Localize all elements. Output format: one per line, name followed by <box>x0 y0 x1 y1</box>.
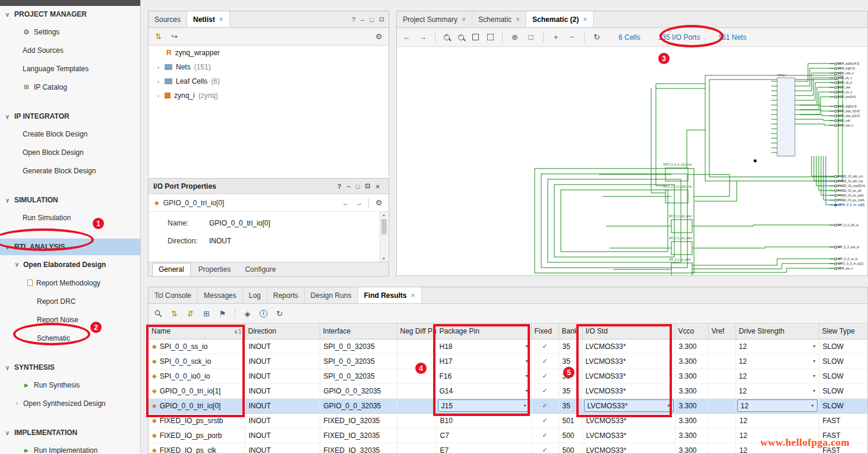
io-ports-count-link[interactable]: 135 I/O Ports <box>658 33 700 42</box>
schematic-port[interactable]: DDR_cke <box>829 85 867 90</box>
flow-item-create-block-design[interactable]: Create Block Design <box>0 125 140 143</box>
flow-section-simulation[interactable]: ∨SIMULATION <box>0 192 140 208</box>
forward-icon[interactable]: → <box>419 33 427 42</box>
fixed-checkbox[interactable]: ✓ <box>532 399 558 413</box>
schematic-port[interactable]: DDR_ck_p <box>829 80 867 85</box>
close-icon[interactable]: × <box>376 183 380 190</box>
package-pin-select[interactable]: G14▾ <box>437 384 531 398</box>
expand-cone-icon[interactable]: + <box>552 33 560 42</box>
chevron-right-icon[interactable]: › <box>156 93 161 99</box>
flag-icon[interactable]: ⚑ <box>219 309 226 318</box>
float-icon[interactable]: ⊡ <box>365 182 370 190</box>
nets-count-link[interactable]: 151 Nets <box>718 33 746 42</box>
close-icon[interactable]: × <box>411 291 415 300</box>
back-icon[interactable]: ← <box>403 33 411 42</box>
tree-item-zynq-i[interactable]: ›zynq_i(zynq) <box>149 88 389 103</box>
flow-item-add-sources[interactable]: Add Sources <box>0 41 140 59</box>
flow-item-run-implementation[interactable]: ▶Run Implementation <box>0 441 140 454</box>
collapse-all-icon[interactable]: ⇅ <box>171 309 178 318</box>
drive-strength-select[interactable]: 12▾ <box>736 354 819 369</box>
close-icon[interactable]: × <box>583 15 587 24</box>
tab-schematic[interactable]: Schematic× <box>472 11 526 27</box>
chevron-right-icon[interactable]: › <box>156 64 161 71</box>
back-icon[interactable]: ← <box>342 199 349 207</box>
tree-item-leaf-cells[interactable]: ›Leaf Cells(6) <box>149 74 389 88</box>
fixed-checkbox[interactable]: ✓ <box>532 354 558 369</box>
tab-design-runs[interactable]: Design Runs <box>305 287 358 303</box>
select-area-icon[interactable]: □ <box>527 33 535 42</box>
zoom-selection-icon[interactable] <box>487 34 494 40</box>
collapse-all-icon[interactable]: ⇅ <box>154 32 162 41</box>
table-row[interactable]: ◆SPI_0_0_sck_ioINOUTSPI_0_0_32035H17▾✓35… <box>149 354 867 369</box>
drive-strength-select[interactable]: 12▾ <box>736 339 819 354</box>
schematic-port[interactable]: DDR_addr[14:0] <box>829 61 867 66</box>
io-std-select[interactable]: LVCMOS33*▾ <box>583 354 675 369</box>
scroll-to-selected-icon[interactable]: ↪ <box>171 32 178 41</box>
schematic-port[interactable]: GPIO_0_0_tri_io[1] <box>829 261 867 266</box>
tree-item-zynq-wrapper[interactable]: Rzynq_wrapper <box>149 46 389 60</box>
package-pin-select[interactable]: J15▾ <box>438 399 530 412</box>
column-header-package-pin[interactable]: Package Pin <box>436 323 531 339</box>
drive-strength-select[interactable]: 12▾ <box>736 384 819 398</box>
tab-properties[interactable]: Properties <box>192 263 238 276</box>
flow-item-language-templates[interactable]: Language Templates <box>0 59 140 78</box>
schematic-port[interactable]: FIXED_IO_mio[53:0] <box>829 183 867 188</box>
help-icon[interactable]: ? <box>352 16 355 23</box>
flow-section-rtl-analysis[interactable]: ∨RTL ANALYSIS <box>0 239 140 255</box>
io-std-select[interactable]: LVCMOS33*▾ <box>583 369 675 383</box>
settings-icon[interactable]: ⚙ <box>375 32 383 41</box>
fixed-checkbox[interactable]: ✓ <box>532 443 558 454</box>
fixed-checkbox[interactable]: ✓ <box>532 339 558 354</box>
group-by-icon[interactable]: ⊞ <box>203 309 210 318</box>
maximize-icon[interactable]: □ <box>370 16 374 23</box>
schematic-port[interactable]: FIXED_IO_ddr_vrn <box>829 174 867 179</box>
table-row[interactable]: ◆SPI_0_0_io0_ioINOUTSPI_0_0_32035F16▾✓35… <box>149 369 867 383</box>
table-row[interactable]: ◆FIXED_IO_ps_clkINOUTFIXED_IO_32035E7✓50… <box>149 443 867 453</box>
column-header-fixed[interactable]: Fixed <box>531 323 558 339</box>
table-row[interactable]: ◆FIXED_IO_ps_srstbINOUTFIXED_IO_32035B10… <box>149 413 867 428</box>
flow-section-implementation[interactable]: ∨IMPLEMENTATION <box>0 424 140 441</box>
schematic-port[interactable]: SPI_0_0_ss_io <box>829 256 867 261</box>
cells-count-link[interactable]: 6 Cells <box>618 33 640 42</box>
schematic-port[interactable]: FIXED_IO_ps_porb <box>829 193 867 198</box>
close-icon[interactable]: × <box>462 15 466 24</box>
flow-item-ip-catalog[interactable]: ⊞IP Catalog <box>0 78 140 96</box>
io-std-select[interactable]: LVCMOS33*▾ <box>583 339 675 354</box>
fixed-checkbox[interactable]: ✓ <box>532 384 558 398</box>
tree-item-nets[interactable]: ›Nets(151) <box>149 60 389 74</box>
flow-section-synthesis[interactable]: ∨SYNTHESIS <box>0 359 140 376</box>
chevron-right-icon[interactable]: › <box>156 78 161 85</box>
flow-item-settings[interactable]: ⚙Settings <box>0 23 140 41</box>
regenerate-icon[interactable]: ↻ <box>593 33 601 42</box>
column-header-name[interactable]: Name∨1 <box>149 323 245 339</box>
zoom-in-icon[interactable] <box>444 34 450 40</box>
schematic-port[interactable]: FIXED_IO_ps_srstb <box>829 198 867 202</box>
scrollbar-thumb[interactable] <box>381 219 387 234</box>
zoom-out-icon[interactable] <box>458 34 464 40</box>
flow-item-report-noise[interactable]: Report Noise <box>0 310 140 329</box>
tab-schematic-2[interactable]: Schematic (2)× <box>526 11 594 27</box>
settings-icon[interactable]: ⚙ <box>375 198 383 207</box>
tab-sources[interactable]: Sources <box>149 11 187 27</box>
column-header-interface[interactable]: Interface <box>320 323 397 339</box>
column-header-direction[interactable]: Direction <box>245 323 320 339</box>
drive-strength-select[interactable]: 12▾ <box>737 399 818 412</box>
schematic-port[interactable]: GPIO_0_0_tri_io[0] <box>829 202 867 207</box>
column-header-i-o-std[interactable]: I/O Std <box>582 323 675 339</box>
schematic-canvas[interactable]: GPIO_0_0_tri_io[1]_instGPIO_0_0_tri_io[0… <box>397 47 867 275</box>
io-std-select[interactable]: LVCMOS33*▾ <box>584 399 674 412</box>
tab-project-summary[interactable]: Project Summary× <box>397 11 472 27</box>
column-header-drive-strength[interactable]: Drive Strength <box>736 323 819 339</box>
table-row[interactable]: ◆SPI_0_0_ss_ioINOUTSPI_0_0_32035H18▾✓35L… <box>149 339 867 354</box>
scroll-up-icon[interactable]: ▲ <box>382 213 386 217</box>
tab-messages[interactable]: Messages <box>198 287 243 303</box>
table-row[interactable]: ◆GPIO_0_0_tri_io[0]INOUTGPIO_0_0_32035J1… <box>149 398 867 413</box>
flow-item-open-synthesized-design[interactable]: ›Open Synthesized Design <box>0 394 140 412</box>
scroll-down-icon[interactable]: ▼ <box>382 257 386 261</box>
zoom-fit-icon[interactable] <box>472 34 479 40</box>
package-pin-select[interactable]: H17▾ <box>437 354 531 369</box>
schematic-port[interactable]: DDR_ck_n <box>829 75 867 80</box>
schematic-port[interactable]: DDR_we_n <box>829 266 867 271</box>
flow-item-schematic[interactable]: Schematic <box>0 329 140 347</box>
tab-tcl-console[interactable]: Tcl Console <box>149 287 198 303</box>
